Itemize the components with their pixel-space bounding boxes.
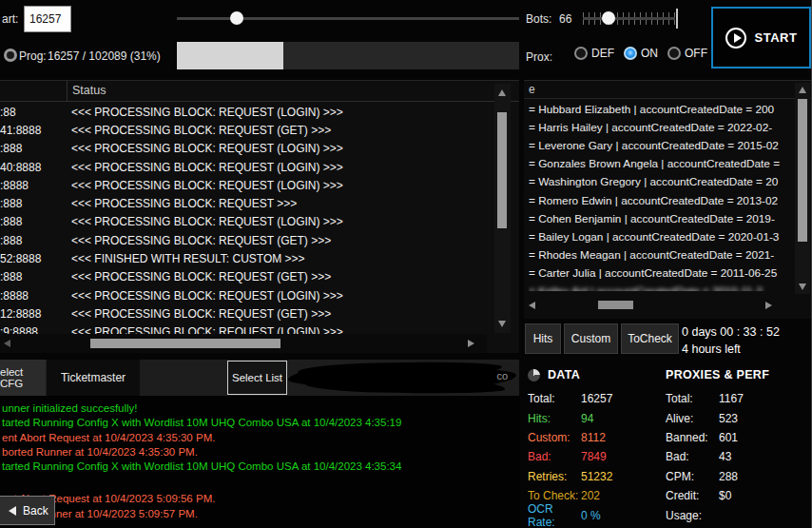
progress-bar <box>177 42 519 69</box>
stat-value: 16257 <box>581 392 612 405</box>
stat-label: Hits: <box>528 412 581 425</box>
proxies-mode-option[interactable]: ON <box>624 47 658 60</box>
radio-icon[interactable] <box>624 47 637 60</box>
scrollbar-thumb[interactable] <box>90 339 280 348</box>
bots-horizontal-scrollbar[interactable] <box>0 334 487 353</box>
proxies-mode-option[interactable]: DEF <box>574 47 614 60</box>
bot-status-row[interactable]: 52:8888 <<< FINISHED WITH RESULT: CUSTOM… <box>0 249 487 267</box>
data-line-row[interactable]: = Romero Edwin | accountCreatedDate = 20… <box>529 191 789 209</box>
bot-status-row[interactable]: :888 <<< PROCESSING BLOCK: REQUEST (LOGI… <box>0 140 487 158</box>
scroll-up-icon[interactable] <box>799 87 806 93</box>
proxies-mode-option[interactable]: OFF <box>667 47 707 60</box>
scroll-left-icon[interactable] <box>529 302 535 309</box>
progress-value: 16257 / 102089 (31%) <box>48 49 161 63</box>
bots-vertical-scrollbar[interactable] <box>494 84 511 333</box>
tab-custom[interactable]: Custom <box>564 323 618 354</box>
lines-horizontal-scrollbar[interactable] <box>526 297 775 314</box>
progress-ring-icon <box>4 49 17 62</box>
pie-chart-icon <box>528 369 540 381</box>
bot-id: :88 <box>0 106 71 119</box>
bot-status-row[interactable]: :88 <<< PROCESSING BLOCK: REQUEST (LOGIN… <box>0 103 487 121</box>
scrollbar-thumb[interactable] <box>598 301 633 309</box>
bot-status-row[interactable]: 41:8888 <<< PROCESSING BLOCK: REQUEST (G… <box>0 121 487 139</box>
bot-status-row[interactable]: :8888 <<< PROCESSING BLOCK: REQUEST (LOG… <box>0 176 487 194</box>
results-tab-bar: Hits Custom ToCheck 0 days 00 : 33 : 52 … <box>524 323 812 357</box>
scroll-down-icon[interactable] <box>498 321 506 327</box>
stat-value: 94 <box>581 412 593 425</box>
data-line-row[interactable]: = Harris Hailey | accountCreatedDate = 2… <box>529 118 789 136</box>
bot-status-row[interactable]: :888 <<< PROCESSING BLOCK: REQUEST >>> <box>0 194 487 212</box>
stat-row: Custom: 8112 <box>528 428 663 447</box>
stat-value: 43 <box>719 450 731 463</box>
bot-status-text: <<< PROCESSING BLOCK: REQUEST (LOGIN) >>… <box>71 215 487 228</box>
start-count-input[interactable] <box>24 6 71 32</box>
stat-row: Bad: 7849 <box>528 447 663 466</box>
bot-status-row[interactable]: :888 <<< PROCESSING BLOCK: REQUEST (GET)… <box>0 268 487 286</box>
data-line-row[interactable]: = Kelley Aid | accountCreatedDate = 2010… <box>529 283 789 291</box>
stat-value: 202 <box>581 489 600 502</box>
bot-status-text: <<< PROCESSING BLOCK: REQUEST (LOGIN) >>… <box>71 106 487 119</box>
scrollbar-thumb[interactable] <box>798 99 807 242</box>
data-line-row[interactable]: = Gonzales Brown Angela | accountCreated… <box>529 155 789 173</box>
bot-id: :8888 <box>0 289 71 303</box>
stat-row: Bad: 43 <box>666 447 810 466</box>
scroll-down-icon[interactable] <box>799 284 806 290</box>
radio-icon[interactable] <box>667 47 681 60</box>
stat-label: OCR Rate: <box>528 502 581 528</box>
tab-tocheck[interactable]: ToCheck <box>621 323 679 354</box>
stat-row: Total: 1167 <box>666 389 810 408</box>
bot-status-text: <<< PROCESSING BLOCK: REQUEST (GET) >>> <box>71 124 487 137</box>
lines-column-header[interactable]: e <box>524 81 812 99</box>
bots-slider-track[interactable] <box>583 17 675 20</box>
stat-value: $0 <box>719 489 731 502</box>
bot-status-row[interactable]: :8888 <<< PROCESSING BLOCK: REQUEST (LOG… <box>0 286 487 304</box>
proxies-mode-label: Prox: <box>526 50 552 64</box>
log-line: borted Runner at 10/4/2023 4:35:30 PM. <box>2 445 520 460</box>
stat-row: OCR Rate: 0 % <box>528 505 663 524</box>
scroll-right-icon[interactable] <box>765 302 772 309</box>
start-slider-thumb[interactable] <box>230 11 243 25</box>
data-line-row[interactable]: = Bailey Logan | accountCreatedDate = 20… <box>529 227 789 245</box>
tab-config-name[interactable]: Ticketmaster <box>47 360 140 396</box>
data-line-row[interactable]: = Hubbard Elizabeth | accountCreatedDate… <box>529 100 789 118</box>
bot-id: :888 <box>0 142 71 155</box>
bot-id: :8888 <box>0 179 71 192</box>
radio-icon[interactable] <box>574 47 588 60</box>
bot-status-row[interactable]: 12:8888 <<< PROCESSING BLOCK: REQUEST (G… <box>0 304 487 323</box>
back-arrow-icon <box>9 506 16 516</box>
stat-value: 8112 <box>581 431 606 444</box>
back-button[interactable]: Back <box>0 496 55 525</box>
stat-label: Credit: <box>666 489 719 502</box>
scroll-right-icon[interactable] <box>468 340 474 347</box>
bot-status-row[interactable]: :888 <<< PROCESSING BLOCK: REQUEST (LOGI… <box>0 213 487 231</box>
log-line: ent Abort Request at 10/4/2023 5:09:56 P… <box>2 492 520 506</box>
tab-hits[interactable]: Hits <box>525 323 561 354</box>
bot-status-row[interactable]: 40:8888 <<< PROCESSING BLOCK: REQUEST (L… <box>0 158 487 176</box>
data-line-row[interactable]: = Carter Julia | accountCreatedDate = 20… <box>529 264 789 283</box>
data-line-row[interactable]: = Cohen Benjamin | accountCreatedDate = … <box>529 209 789 227</box>
stat-label: Total: <box>528 392 581 405</box>
data-lines-grid: e = Hubbard Elizabeth | accountCreatedDa… <box>524 80 812 319</box>
bots-grid-header: Status <box>0 81 519 102</box>
elapsed-time: 0 days 00 : 33 : 52 <box>682 325 780 339</box>
redacted-wordlist-name: co <box>288 362 519 394</box>
scroll-up-icon[interactable] <box>498 89 506 96</box>
bots-value: 66 <box>559 12 571 26</box>
status-column-header[interactable]: Status <box>72 84 106 97</box>
bot-status-row[interactable]: :888 <<< PROCESSING BLOCK: REQUEST (GET)… <box>0 231 487 249</box>
select-list-button[interactable]: Select List <box>227 361 287 395</box>
scroll-left-icon[interactable] <box>4 340 10 347</box>
start-button[interactable]: START <box>711 7 811 68</box>
tab-select-cfg[interactable]: elect CFG <box>0 360 46 396</box>
bot-id: 52:8888 <box>0 252 71 265</box>
lines-vertical-scrollbar[interactable] <box>795 83 810 294</box>
bots-slider-thumb[interactable] <box>602 11 615 25</box>
redaction-scribble <box>288 366 516 389</box>
scrollbar-thumb[interactable] <box>497 112 507 228</box>
start-slider-track[interactable] <box>177 17 519 20</box>
data-line-row[interactable]: = Rhodes Meagan | accountCreatedDate = 2… <box>529 246 789 264</box>
data-line-row[interactable]: = Washington Gregory | accountCreatedDat… <box>529 173 789 191</box>
proxies-panel-title: PROXIES & PERF <box>666 368 769 381</box>
stat-row: Total: 16257 <box>528 389 663 408</box>
data-line-row[interactable]: = Leverone Gary | accountCreatedDate = 2… <box>529 136 789 154</box>
